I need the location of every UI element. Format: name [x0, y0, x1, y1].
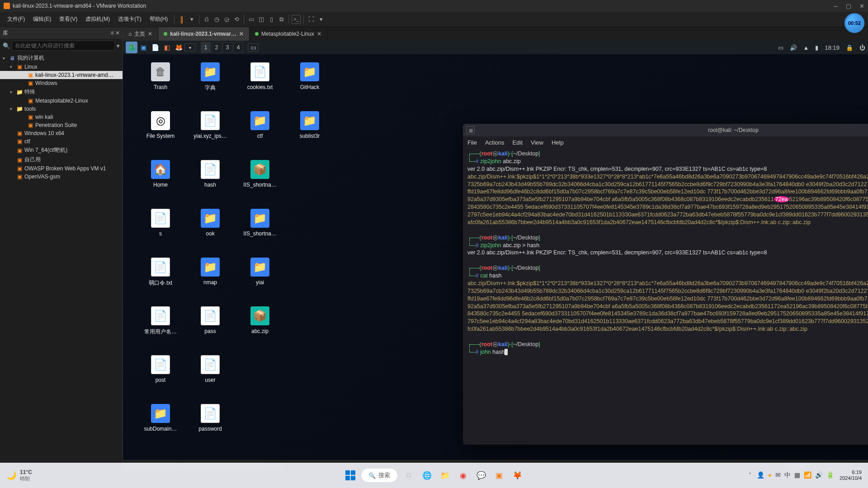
desktop-icon[interactable]: 📄user	[185, 352, 235, 400]
close-button[interactable]: ✕	[859, 3, 864, 9]
firefox-taskbar-icon[interactable]: 🦊	[510, 469, 524, 482]
battery-tray-icon[interactable]: 🔋	[826, 471, 834, 479]
tree-node[interactable]: ▣Penetration Suite	[0, 121, 123, 129]
revert-button[interactable]: ⟲	[232, 15, 241, 24]
terminal-titlebar[interactable]: ▦ root@kali: ~/Desktop	[463, 124, 868, 136]
tree-node[interactable]: ▾🖥我的计算机	[0, 53, 123, 63]
desktop-icon[interactable]: 📄cookies.txt	[235, 59, 285, 108]
terminal-window[interactable]: ▦ root@kali: ~/Desktop File Actions Edit…	[463, 124, 868, 445]
layout-button-3[interactable]: ▯	[267, 15, 276, 24]
layout-button-1[interactable]: ▭	[247, 15, 256, 24]
menu-tabs[interactable]: 选项卡(T)	[114, 14, 145, 25]
term-menu-file[interactable]: File	[467, 139, 477, 146]
send-cad-button[interactable]: ⎙	[202, 15, 211, 24]
tree-node[interactable]: ▣ctf	[0, 137, 123, 145]
tray-chevron-icon[interactable]: ˄	[749, 472, 751, 479]
wifi-icon[interactable]: 📶	[804, 471, 811, 479]
console-button[interactable]: >_	[292, 15, 301, 24]
menu-help[interactable]: 帮助(H)	[146, 14, 172, 25]
tray-app-3-icon[interactable]: ▦	[794, 471, 800, 479]
workspace-1[interactable]: 1	[201, 42, 211, 53]
firefox-launcher[interactable]: 🦊	[173, 42, 184, 53]
workspace-4[interactable]: 4	[233, 42, 243, 53]
desktop-icon[interactable]: 📄hash	[185, 156, 235, 205]
battery-icon[interactable]: ▮	[815, 44, 818, 51]
close-icon[interactable]: ✕	[317, 31, 321, 37]
desktop-icon[interactable]: 📁字典	[185, 59, 235, 108]
ime-indicator[interactable]: 中	[784, 471, 791, 479]
desktop-icon[interactable]: 📁IIS_shortna…	[235, 205, 285, 254]
vmware-taskbar-icon[interactable]: ▣	[492, 469, 506, 482]
tree-node[interactable]: ▣OWASP Broken Web Apps VM v1	[0, 164, 123, 173]
desktop-icon[interactable]: 📁sublist3r	[285, 108, 335, 156]
terminal-menu-icon[interactable]: ▦	[467, 126, 475, 134]
tree-node[interactable]: ▾📁特殊	[0, 87, 123, 97]
menu-file[interactable]: 文件(F)	[4, 14, 28, 25]
unity-button[interactable]: ⧉	[277, 15, 286, 24]
tray-mail-icon[interactable]: ✉	[775, 471, 781, 479]
snapshot-mgr-button[interactable]: ◶	[222, 15, 231, 24]
desktop-icon[interactable]: 📁yiai	[235, 254, 285, 303]
tree-node[interactable]: ▾▣Linux	[0, 63, 123, 71]
task-view-button[interactable]: ⧉	[402, 469, 415, 482]
tree-node[interactable]: ▣OpenVAS-gsm	[0, 173, 123, 181]
desktop-icon[interactable]: ◎File System	[136, 108, 185, 156]
weather-icon[interactable]: 🌙	[6, 470, 16, 480]
power-dropdown[interactable]: ▾	[187, 15, 196, 24]
notifications-icon[interactable]: ▲	[803, 44, 809, 51]
desktop-icon[interactable]: 📁subDomain…	[136, 400, 185, 449]
close-icon[interactable]: ✕	[239, 31, 244, 37]
desktop-icon[interactable]: 📦IIS_shortna…	[235, 156, 285, 205]
tab-metasploitable[interactable]: Metasploitable2-Linux ✕	[250, 27, 327, 41]
desktop-icon[interactable]: 📦abc.zip	[235, 303, 285, 352]
edge-icon[interactable]: 🌐	[420, 469, 434, 482]
library-search-input[interactable]	[12, 41, 115, 51]
terminal-output[interactable]: ┌──(root㉿kali)-[~/Desktop] └─# zip2john …	[463, 148, 868, 445]
desktop-icon[interactable]: 📄常用用户名…	[136, 303, 185, 352]
term-menu-view[interactable]: View	[531, 139, 543, 146]
layout-button-2[interactable]: ◫	[257, 15, 266, 24]
menu-view[interactable]: 查看(V)	[56, 14, 81, 25]
tray-app-1-icon[interactable]: 👤	[757, 471, 764, 479]
term-menu-actions[interactable]: Actions	[485, 139, 505, 146]
tree-node[interactable]: ▣Windows	[0, 79, 123, 87]
start-button[interactable]	[344, 469, 357, 482]
tray-app-2-icon[interactable]: ●	[768, 471, 772, 479]
tree-node[interactable]: ▣自己用	[0, 155, 123, 164]
maximize-button[interactable]: ▢	[846, 3, 851, 9]
tab-kali[interactable]: kali-linux-2023.1-vmwar… ✕	[158, 27, 250, 41]
kali-clock[interactable]: 18:19	[825, 44, 840, 51]
tree-node[interactable]: ▣Metasploitable2-Linux	[0, 97, 123, 105]
volume-tray-icon[interactable]: 🔊	[815, 471, 823, 479]
desktop-icon[interactable]: 📁GitHack	[285, 59, 335, 108]
close-icon[interactable]: ✕	[148, 31, 152, 37]
guest-screen[interactable]: 🐉 ▣ 📄 ◧ 🦊 ▾ 1 2 3 4 ▭ ▭ 🔊	[123, 41, 868, 460]
kali-menu-button[interactable]: 🐉	[126, 42, 137, 53]
menu-edit[interactable]: 编辑(E)	[29, 14, 55, 25]
tree-node[interactable]: ▣kali-linux-2023.1-vmware-amd…	[0, 71, 123, 79]
desktop-icon[interactable]: 📄pass	[185, 303, 235, 352]
files-launcher[interactable]: ▣	[137, 42, 149, 53]
desktop-icon[interactable]: 📄post	[136, 352, 185, 400]
wechat-icon[interactable]: 💬	[474, 469, 488, 482]
terminal-launcher[interactable]: ▾	[184, 43, 195, 52]
tree-node[interactable]: ▣Windows 10 x64	[0, 129, 123, 137]
burp-launcher[interactable]: ◧	[161, 42, 173, 53]
menu-vm[interactable]: 虚拟机(M)	[82, 14, 113, 25]
volume-icon[interactable]: 🔊	[790, 44, 797, 51]
tab-home[interactable]: ⌂ 主页 ✕	[123, 27, 158, 41]
tree-node[interactable]: ▾📁tools	[0, 105, 123, 113]
screen-record-icon[interactable]: ▭	[778, 44, 783, 51]
weather-temp[interactable]: 11°C	[20, 469, 32, 475]
workspace-2[interactable]: 2	[212, 42, 222, 53]
desktop-icon[interactable]: 📁ook	[185, 205, 235, 254]
pause-vm-button[interactable]: ‖	[177, 15, 186, 24]
lock-icon[interactable]: 🔒	[846, 44, 853, 51]
term-menu-help[interactable]: Help	[552, 139, 564, 146]
sidebar-menu-button[interactable]: ≡ ✕	[111, 30, 120, 36]
desktop-icon[interactable]: 🏠Home	[136, 156, 185, 205]
kali-desktop[interactable]: 🗑Trash📁字典📄cookies.txt📁GitHack◎File Syste…	[136, 59, 335, 449]
taskbar-clock[interactable]: 6:19 2024/10/4	[840, 469, 862, 481]
workspace-3[interactable]: 3	[222, 42, 232, 53]
tree-node[interactable]: ▣win kali	[0, 113, 123, 121]
